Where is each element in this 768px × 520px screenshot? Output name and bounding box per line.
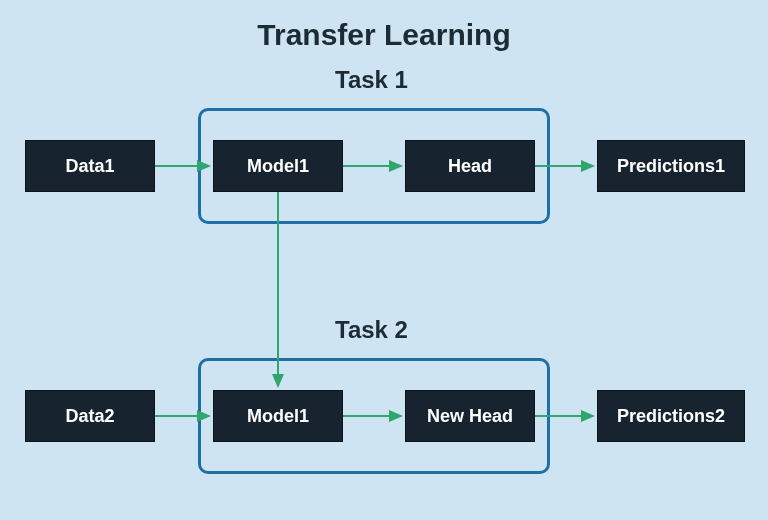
diagram-title: Transfer Learning [0, 18, 768, 52]
task1-label: Task 1 [335, 66, 408, 94]
task2-label: Task 2 [335, 316, 408, 344]
node-data1: Data1 [25, 140, 155, 192]
node-predictions1: Predictions1 [597, 140, 745, 192]
node-head: Head [405, 140, 535, 192]
node-data2: Data2 [25, 390, 155, 442]
node-model1-bottom: Model1 [213, 390, 343, 442]
node-new-head: New Head [405, 390, 535, 442]
node-predictions2: Predictions2 [597, 390, 745, 442]
node-model1-top: Model1 [213, 140, 343, 192]
